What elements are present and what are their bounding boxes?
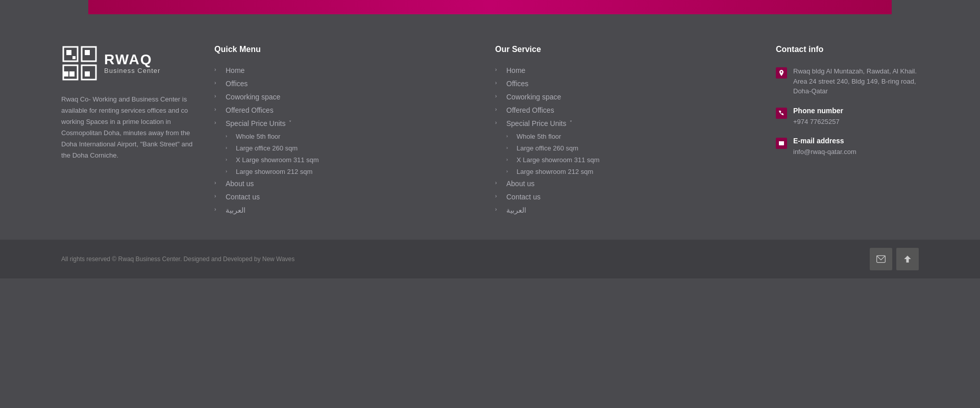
sub-chevron-icon: › xyxy=(506,157,512,163)
quick-submenu-xlarge-311[interactable]: › X Large showroom 311 sqm xyxy=(226,156,475,164)
top-bar xyxy=(88,0,892,14)
our-service-column: Our Service › Home › Offices › Coworking… xyxy=(495,45,755,219)
sub-chevron-icon: › xyxy=(226,169,232,175)
sub-chevron-icon: › xyxy=(226,145,232,151)
map-pin-icon xyxy=(776,67,787,79)
logo-name: RWAQ xyxy=(104,53,160,67)
chevron-right-icon: › xyxy=(214,180,222,187)
contact-email-item: E-mail address info@rwaq-qatar.com xyxy=(776,137,919,157)
chevron-right-icon: › xyxy=(495,193,502,200)
email-button[interactable] xyxy=(870,248,892,270)
chevron-right-icon: › xyxy=(495,180,502,187)
quick-menu-item-offered-offices[interactable]: › Offered Offices xyxy=(214,106,475,114)
contact-phone-item: Phone number +974 77625257 xyxy=(776,107,919,127)
footer-main: RWAQ Business Center Rwaq Co- Working an… xyxy=(0,14,980,240)
service-item-special-price[interactable]: › Special Price Units ˅ xyxy=(495,119,755,128)
chevron-right-icon: › xyxy=(214,93,222,100)
service-item-home[interactable]: › Home xyxy=(495,66,755,74)
service-item-about[interactable]: › About us xyxy=(495,180,755,188)
chevron-right-icon: › xyxy=(495,67,502,74)
chevron-right-icon: › xyxy=(214,67,222,74)
copyright-text: All rights reserved © Rwaq Business Cent… xyxy=(61,256,295,263)
contact-address-text: Rwaq bldg Al Muntazah, Rawdat, Al Khail.… xyxy=(793,66,919,96)
chevron-right-icon: › xyxy=(495,207,502,214)
scroll-top-button[interactable] xyxy=(896,248,919,270)
brand-column: RWAQ Business Center Rwaq Co- Working an… xyxy=(61,45,194,219)
sub-chevron-icon: › xyxy=(506,134,512,140)
svg-rect-8 xyxy=(63,71,68,76)
svg-rect-1 xyxy=(66,50,71,55)
service-item-coworking[interactable]: › Coworking space xyxy=(495,93,755,101)
our-service-title: Our Service xyxy=(495,45,755,54)
quick-menu-item-coworking[interactable]: › Coworking space xyxy=(214,93,475,101)
contact-address-item: Rwaq bldg Al Muntazah, Rawdat, Al Khail.… xyxy=(776,66,919,96)
logo-sub: Business Center xyxy=(104,67,160,74)
svg-rect-2 xyxy=(72,56,76,59)
service-submenu-large-260[interactable]: › Large office 260 sqm xyxy=(506,144,755,152)
quick-menu-title: Quick Menu xyxy=(214,45,475,54)
sub-chevron-icon: › xyxy=(226,157,232,163)
email-icon xyxy=(776,138,787,149)
logo-icon xyxy=(61,45,98,82)
phone-icon xyxy=(776,108,787,119)
contact-column: Contact info Rwaq bldg Al Muntazah, Rawd… xyxy=(776,45,919,219)
service-item-contact[interactable]: › Contact us xyxy=(495,193,755,201)
contact-email-text: E-mail address info@rwaq-qatar.com xyxy=(793,137,856,157)
chevron-right-icon: › xyxy=(495,107,502,114)
sub-chevron-icon: › xyxy=(506,169,512,175)
quick-menu-item-special-price[interactable]: › Special Price Units ˅ xyxy=(214,119,475,128)
quick-menu-item-offices[interactable]: › Offices xyxy=(214,80,475,88)
logo-text: RWAQ Business Center xyxy=(104,53,160,74)
svg-rect-9 xyxy=(69,71,75,76)
contact-phone-text: Phone number +974 77625257 xyxy=(793,107,843,127)
quick-menu-column: Quick Menu › Home › Offices › Coworking … xyxy=(214,45,475,219)
chevron-down-icon: ˅ xyxy=(289,120,296,127)
service-item-arabic[interactable]: › العربية xyxy=(495,206,755,214)
chevron-right-icon: › xyxy=(495,93,502,100)
quick-submenu-list: › Whole 5th floor › Large office 260 sqm… xyxy=(226,133,475,175)
chevron-down-icon: ˅ xyxy=(570,120,577,127)
sub-chevron-icon: › xyxy=(506,145,512,151)
chevron-right-icon: › xyxy=(214,193,222,200)
svg-rect-4 xyxy=(85,50,90,55)
quick-submenu-whole-5th[interactable]: › Whole 5th floor xyxy=(226,133,475,140)
email-btn-icon xyxy=(876,254,886,264)
chevron-right-icon: › xyxy=(214,207,222,214)
footer-actions xyxy=(870,248,919,270)
svg-rect-6 xyxy=(85,71,90,76)
service-item-offered-offices[interactable]: › Offered Offices xyxy=(495,106,755,114)
service-submenu-large-212[interactable]: › Large showroom 212 sqm xyxy=(506,168,755,175)
service-submenu-list: › Whole 5th floor › Large office 260 sqm… xyxy=(506,133,755,175)
sub-chevron-icon: › xyxy=(226,134,232,140)
quick-menu-item-home[interactable]: › Home xyxy=(214,66,475,74)
chevron-right-icon: › xyxy=(214,80,222,87)
contact-title: Contact info xyxy=(776,45,919,54)
chevron-right-icon: › xyxy=(495,120,502,127)
chevron-right-icon: › xyxy=(214,120,222,127)
quick-menu-item-arabic[interactable]: › العربية xyxy=(214,206,475,214)
quick-menu-list: › Home › Offices › Coworking space › Off… xyxy=(214,66,475,214)
logo-container: RWAQ Business Center xyxy=(61,45,194,82)
quick-menu-item-contact[interactable]: › Contact us xyxy=(214,193,475,201)
brand-description: Rwaq Co- Working and Business Center is … xyxy=(61,94,194,162)
service-item-offices[interactable]: › Offices xyxy=(495,80,755,88)
quick-submenu-large-260[interactable]: › Large office 260 sqm xyxy=(226,144,475,152)
quick-submenu-large-212[interactable]: › Large showroom 212 sqm xyxy=(226,168,475,175)
quick-menu-item-about[interactable]: › About us xyxy=(214,180,475,188)
our-service-list: › Home › Offices › Coworking space › Off… xyxy=(495,66,755,214)
footer-bottom: All rights reserved © Rwaq Business Cent… xyxy=(0,240,980,278)
chevron-right-icon: › xyxy=(214,107,222,114)
service-submenu-xlarge-311[interactable]: › X Large showroom 311 sqm xyxy=(506,156,755,164)
arrow-up-icon xyxy=(902,254,913,264)
service-submenu-whole-5th[interactable]: › Whole 5th floor xyxy=(506,133,755,140)
chevron-right-icon: › xyxy=(495,80,502,87)
